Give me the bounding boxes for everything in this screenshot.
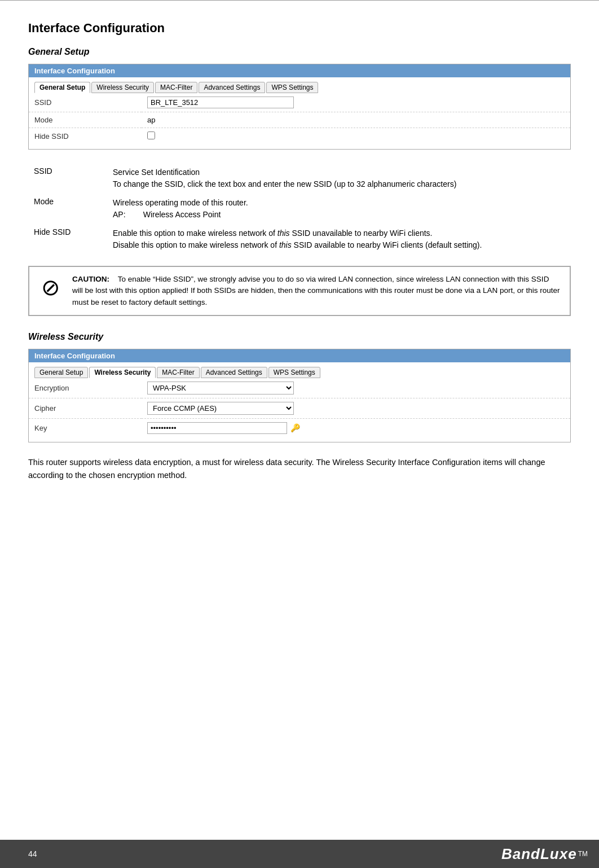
section-wireless-security-title: Wireless Security: [28, 332, 571, 342]
ssid-input[interactable]: [147, 97, 294, 108]
mode-value: ap: [142, 112, 570, 128]
tab-mac-filter-2[interactable]: MAC-Filter: [157, 367, 199, 378]
config-tabs-wireless: General Setup Wireless Security MAC-Filt…: [29, 362, 570, 378]
desc-row-hide-ssid: Hide SSID Enable this option to make wir…: [28, 224, 571, 255]
general-descriptions: SSID Service Set Identification To chang…: [28, 163, 571, 255]
ssid-label: SSID: [29, 93, 142, 112]
wireless-config-table: Encryption WPA-PSK WPA2-PSK None Cipher: [29, 378, 570, 437]
brand-name: BandLuxe: [501, 845, 577, 863]
caution-text: CAUTION: To enable “Hide SSID”, we stron…: [72, 274, 561, 308]
caution-label: CAUTION:: [72, 275, 109, 283]
desc-def-ssid: Service Set Identification To change the…: [107, 163, 571, 194]
key-value-cell: 🔑: [142, 418, 570, 437]
config-tabs-general: General Setup Wireless Security MAC-Filt…: [29, 77, 570, 93]
page-title: Interface Configuration: [28, 21, 571, 36]
key-icon[interactable]: 🔑: [290, 423, 300, 432]
hide-ssid-value: [142, 128, 570, 145]
hide-ssid-checkbox[interactable]: [147, 131, 155, 139]
password-field: 🔑: [147, 422, 565, 434]
brand-logo: BandLuxe TM: [501, 845, 588, 863]
table-row: SSID: [29, 93, 570, 112]
hide-ssid-label: Hide SSID: [29, 128, 142, 145]
table-row: Mode ap: [29, 112, 570, 128]
tab-wps-settings-1[interactable]: WPS Settings: [266, 82, 318, 93]
desc-term-hide-ssid: Hide SSID: [28, 224, 107, 255]
page-footer: 44 BandLuxe TM: [0, 840, 599, 868]
table-row: Hide SSID: [29, 128, 570, 145]
page-number: 44: [28, 849, 37, 858]
tab-general-setup-2[interactable]: General Setup: [34, 367, 88, 378]
section-general-setup-title: General Setup: [28, 47, 571, 57]
encryption-value-cell: WPA-PSK WPA2-PSK None: [142, 378, 570, 398]
cipher-select[interactable]: Force CCMP (AES) Force TKIP TKIP and CCM…: [147, 402, 294, 415]
table-row: Cipher Force CCMP (AES) Force TKIP TKIP …: [29, 398, 570, 418]
tab-advanced-settings-1[interactable]: Advanced Settings: [199, 82, 265, 93]
desc-term-mode: Mode: [28, 194, 107, 224]
tab-wps-settings-2[interactable]: WPS Settings: [268, 367, 320, 378]
wireless-security-paragraph: This router supports wireless data encry…: [28, 456, 571, 482]
desc-def-hide-ssid: Enable this option to make wireless netw…: [107, 224, 571, 255]
desc-def-mode: Wireless operating mode of this router. …: [107, 194, 571, 224]
cipher-value-cell: Force CCMP (AES) Force TKIP TKIP and CCM…: [142, 398, 570, 418]
encryption-select[interactable]: WPA-PSK WPA2-PSK None: [147, 382, 294, 394]
table-row: Key 🔑: [29, 418, 570, 437]
key-input[interactable]: [147, 422, 287, 434]
section-general-setup: General Setup Interface Configuration Ge…: [28, 47, 571, 316]
desc-row-mode: Mode Wireless operating mode of this rou…: [28, 194, 571, 224]
italic-this-2: this: [279, 240, 292, 249]
key-label: Key: [29, 418, 142, 437]
encryption-label: Encryption: [29, 378, 142, 398]
tab-wireless-security-2[interactable]: Wireless Security: [89, 367, 156, 378]
italic-this-1: this: [278, 229, 290, 238]
table-row: Encryption WPA-PSK WPA2-PSK None: [29, 378, 570, 398]
config-box-wireless: Interface Configuration General Setup Wi…: [28, 349, 571, 442]
tab-advanced-settings-2[interactable]: Advanced Settings: [201, 367, 267, 378]
desc-row-ssid: SSID Service Set Identification To chang…: [28, 163, 571, 194]
tab-mac-filter-1[interactable]: MAC-Filter: [155, 82, 197, 93]
ssid-value-cell: [142, 93, 570, 112]
brand-tm: TM: [578, 850, 588, 858]
tab-general-setup-1[interactable]: General Setup: [34, 82, 90, 93]
general-config-table: SSID Mode ap Hide SSID: [29, 93, 570, 144]
config-box-wireless-header: Interface Configuration: [29, 349, 570, 362]
mode-label: Mode: [29, 112, 142, 128]
config-box-general-header: Interface Configuration: [29, 64, 570, 77]
no-sign-icon: ⊘: [38, 276, 63, 299]
caution-box: ⊘ CAUTION: To enable “Hide SSID”, we str…: [28, 266, 571, 316]
tab-wireless-security-1[interactable]: Wireless Security: [91, 82, 154, 93]
section-wireless-security: Wireless Security Interface Configuratio…: [28, 332, 571, 482]
config-box-general: Interface Configuration General Setup Wi…: [28, 64, 571, 150]
desc-term-ssid: SSID: [28, 163, 107, 194]
cipher-label: Cipher: [29, 398, 142, 418]
